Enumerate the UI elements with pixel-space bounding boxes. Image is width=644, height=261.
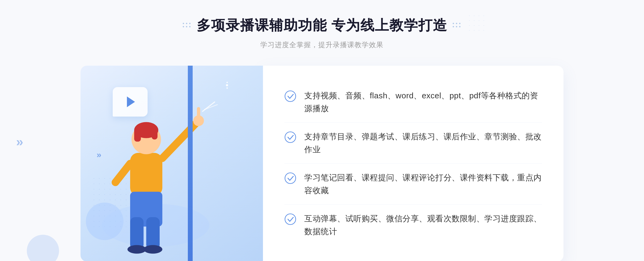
blue-vertical-bar: [188, 66, 193, 261]
header-section: 多项录播课辅助功能 专为线上教学打造 学习进度全掌握，提升录播课教学效果: [183, 16, 461, 50]
feature-item-1: 支持视频、音频、flash、word、excel、ppt、pdf等各种格式的资源…: [284, 82, 542, 123]
check-icon-1: [284, 90, 296, 102]
svg-point-17: [285, 91, 296, 102]
illustration-panel: »: [80, 66, 263, 261]
check-icon-3: [284, 172, 296, 184]
subtitle: 学习进度全掌握，提升录播课教学效果: [183, 40, 461, 50]
check-icon-4: [284, 213, 296, 225]
feature-item-2: 支持章节目录、弹题考试、课后练习、课后作业、章节测验、批改作业: [284, 123, 542, 164]
check-icon-2: [284, 131, 296, 143]
header-title-row: 多项录播课辅助功能 专为线上教学打造: [183, 16, 461, 35]
bottom-left-circle: [27, 235, 59, 261]
dot-pattern-top-right: [467, 13, 488, 35]
main-title: 多项录播课辅助功能 专为线上教学打造: [197, 16, 447, 35]
svg-point-13: [127, 245, 146, 254]
feature-text-4: 互动弹幕、试听购买、微信分享、观看次数限制、学习进度跟踪、数据统计: [304, 212, 542, 238]
svg-rect-1: [130, 153, 162, 196]
header-deco-left: [183, 23, 191, 28]
svg-rect-5: [152, 128, 158, 140]
svg-point-18: [285, 132, 296, 143]
illustration-svg: [80, 66, 263, 261]
svg-line-9: [115, 164, 130, 182]
svg-point-20: [285, 214, 296, 225]
content-area: »: [80, 66, 564, 261]
feature-item-3: 学习笔记回看、课程提问、课程评论打分、课件资料下载，重点内容收藏: [284, 164, 542, 205]
feature-text-2: 支持章节目录、弹题考试、课后练习、课后作业、章节测验、批改作业: [304, 130, 542, 156]
svg-point-19: [285, 173, 296, 184]
page-wrapper: 多项录播课辅助功能 专为线上教学打造 学习进度全掌握，提升录播课教学效果: [0, 0, 644, 261]
header-deco-right: [453, 23, 461, 28]
feature-item-4: 互动弹幕、试听购买、微信分享、观看次数限制、学习进度跟踪、数据统计: [284, 205, 542, 245]
left-side-chevron: »: [16, 134, 23, 149]
right-panel: 支持视频、音频、flash、word、excel、ppt、pdf等各种格式的资源…: [263, 66, 564, 261]
svg-point-14: [144, 245, 162, 254]
svg-rect-12: [146, 217, 160, 249]
svg-rect-4: [134, 128, 141, 142]
feature-text-3: 学习笔记回看、课程提问、课程评论打分、课件资料下载，重点内容收藏: [304, 171, 542, 197]
svg-rect-11: [130, 217, 144, 249]
feature-text-1: 支持视频、音频、flash、word、excel、ppt、pdf等各种格式的资源…: [304, 89, 542, 115]
